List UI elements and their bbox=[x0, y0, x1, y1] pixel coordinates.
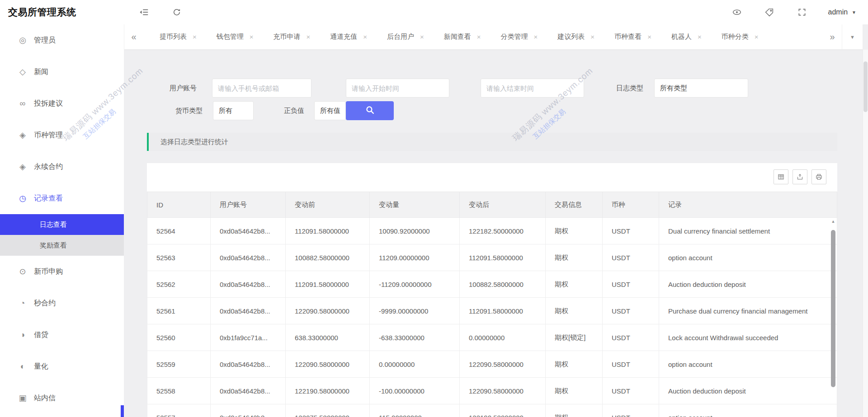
sidebar-subitem-reward-view[interactable]: 奖励查看 bbox=[0, 235, 124, 256]
table-row: 52559 0xd0a54642b8... 122090.58000000 0.… bbox=[147, 351, 837, 378]
cell-account: 0xd0a54642b8... bbox=[211, 298, 286, 324]
info-alert: 选择日志类型进行统计 bbox=[147, 133, 837, 151]
tab[interactable]: 新闻查看 × bbox=[434, 24, 491, 49]
tab-close-icon[interactable]: × bbox=[307, 33, 311, 41]
info-alert-text: 选择日志类型进行统计 bbox=[160, 138, 228, 145]
cell-before: 112091.58000000 bbox=[286, 271, 370, 298]
sidebar-item-coin-management[interactable]: ◈ 币种管理 bbox=[0, 119, 124, 151]
tab[interactable]: 币种分类 × bbox=[712, 24, 769, 49]
cell-before: 112091.58000000 bbox=[286, 218, 370, 244]
export-button[interactable] bbox=[793, 169, 807, 184]
search-button[interactable] bbox=[346, 101, 394, 120]
sidebar-item-second-contract[interactable]: ◔ 秒合约 bbox=[0, 287, 124, 319]
filter-columns-button[interactable] bbox=[774, 169, 788, 184]
cell-info: 期权 bbox=[546, 298, 603, 324]
tab-close-icon[interactable]: × bbox=[477, 33, 481, 41]
table-scrollbar[interactable]: ▲ bbox=[830, 219, 836, 414]
log-table: ID 用户账号 变动前 变动量 变动后 交易信息 币种 记录 bbox=[147, 192, 837, 417]
tab-close-icon[interactable]: × bbox=[363, 33, 367, 41]
start-time-input[interactable] bbox=[346, 79, 449, 98]
sidebar-item-quant[interactable]: ◐ 量化 bbox=[0, 351, 124, 382]
sidebar-item-perpetual-contract[interactable]: ◈ 永续合约 bbox=[0, 151, 124, 183]
collapse-sidebar-icon[interactable] bbox=[138, 6, 151, 19]
sidebar-item-record-view[interactable]: ◷ 记录查看 bbox=[0, 183, 124, 214]
tab-close-icon[interactable]: × bbox=[534, 33, 538, 41]
table-row: 52557 0xd0a54642b8... 122075.58000000 11… bbox=[147, 404, 837, 417]
log-type-label: 日志类型 bbox=[616, 79, 643, 98]
tab[interactable]: 币种查看 × bbox=[604, 24, 661, 49]
sidebar-item-admin[interactable]: ◎ 管理员 bbox=[0, 24, 124, 56]
sidebar-item-lending[interactable]: ◑ 借贷 bbox=[0, 319, 124, 351]
cell-change: 0.00000000 bbox=[370, 351, 460, 378]
sidebar-item-label: 投拆建议 bbox=[34, 99, 63, 108]
tag-icon[interactable] bbox=[763, 6, 776, 19]
end-time-input[interactable] bbox=[481, 79, 584, 98]
page-scrollbar-thumb[interactable] bbox=[863, 61, 868, 112]
column-header: ID bbox=[147, 192, 211, 218]
preview-eye-icon[interactable] bbox=[731, 6, 743, 19]
tab[interactable]: 充币申请 × bbox=[264, 24, 321, 49]
cell-after: 122090.58000000 bbox=[460, 351, 546, 378]
tab-close-icon[interactable]: × bbox=[420, 33, 424, 41]
tabs-dropdown-icon[interactable]: ▼ bbox=[842, 24, 863, 49]
mail-icon: ▣ bbox=[17, 393, 28, 403]
tab-label: 币种查看 bbox=[614, 33, 642, 41]
tab-label: 提币列表 bbox=[160, 33, 187, 41]
tab[interactable]: 钱包管理 × bbox=[207, 24, 264, 49]
sidebar-item-label: 永续合约 bbox=[34, 162, 63, 172]
tab-close-icon[interactable]: × bbox=[698, 33, 702, 41]
cell-after: 122182.50000000 bbox=[460, 218, 546, 244]
sidebar-item-feedback[interactable]: ∞ 投拆建议 bbox=[0, 88, 124, 119]
currency-type-select[interactable]: 所有 bbox=[213, 101, 254, 120]
tab[interactable]: 提币列表 × bbox=[150, 24, 207, 49]
cell-account: 0xd0a54642b8... bbox=[211, 378, 286, 404]
tab[interactable]: 通道充值 × bbox=[320, 24, 377, 49]
timer-icon: ◔ bbox=[17, 299, 28, 308]
sidebar-item-label: 站内信 bbox=[34, 394, 56, 403]
tabs-scroll-left-icon[interactable]: « bbox=[124, 32, 143, 42]
tab-label: 通道充值 bbox=[330, 33, 357, 41]
tab[interactable]: 分类管理 × bbox=[491, 24, 548, 49]
sidebar-item-news[interactable]: ◇ 新闻 bbox=[0, 56, 124, 88]
tab-close-icon[interactable]: × bbox=[647, 33, 651, 41]
cell-change: -100.00000000 bbox=[370, 378, 460, 404]
account-input[interactable] bbox=[212, 79, 311, 98]
sidebar-item-label: 借贷 bbox=[34, 330, 48, 340]
cell-info: 期权 bbox=[546, 244, 603, 271]
clock-icon: ◷ bbox=[17, 193, 28, 203]
user-menu[interactable]: admin ▼ bbox=[828, 8, 856, 16]
sidebar-subitem-log-view[interactable]: 日志查看 bbox=[0, 214, 124, 235]
refresh-icon[interactable] bbox=[170, 6, 183, 19]
log-type-select[interactable]: 所有类型 bbox=[654, 79, 748, 98]
sign-select[interactable]: 所有值 bbox=[314, 101, 346, 120]
tab-close-icon[interactable]: × bbox=[755, 33, 759, 41]
cell-account: 0xd0a54642b8... bbox=[211, 404, 286, 417]
scroll-up-icon[interactable]: ▲ bbox=[830, 219, 836, 224]
cell-after: 122190.58000000 bbox=[460, 404, 546, 417]
cell-change: 11209.00000000 bbox=[370, 244, 460, 271]
table-scrollbar-thumb[interactable] bbox=[831, 230, 835, 387]
sidebar-item-site-mail[interactable]: ▣ 站内信 bbox=[0, 382, 124, 414]
cell-info: 期权 bbox=[546, 218, 603, 244]
fullscreen-icon[interactable] bbox=[796, 6, 808, 19]
tab[interactable]: 后台用户 × bbox=[377, 24, 434, 49]
sidebar-menu: ◎ 管理员 ◇ 新闻 ∞ 投拆建议 ◈ 币种管理 ◈ 永续合约 ◷ 记录查看 日… bbox=[0, 24, 124, 414]
cell-info: 期权 bbox=[546, 351, 603, 378]
print-button[interactable] bbox=[811, 169, 826, 184]
cell-change: -638.33000000 bbox=[370, 324, 460, 351]
tab[interactable]: 机器人 × bbox=[661, 24, 712, 49]
tab-close-icon[interactable]: × bbox=[590, 33, 594, 41]
cell-change: 115.00000000 bbox=[370, 404, 460, 417]
sidebar-scrollbar-thumb[interactable] bbox=[121, 405, 124, 417]
tab-label: 分类管理 bbox=[501, 33, 528, 41]
page-scrollbar[interactable] bbox=[863, 50, 868, 417]
tabs-scroll-right-icon[interactable]: » bbox=[823, 32, 842, 42]
tab-close-icon[interactable]: × bbox=[250, 33, 254, 41]
tab[interactable]: 建议列表 × bbox=[547, 24, 604, 49]
cell-info: 期权 bbox=[546, 378, 603, 404]
cell-account: 0xd0a54642b8... bbox=[211, 271, 286, 298]
sidebar-item-new-coin-subscribe[interactable]: ⊙ 新币申购 bbox=[0, 256, 124, 287]
sidebar-subitem-label: 日志查看 bbox=[40, 220, 67, 229]
tab-close-icon[interactable]: × bbox=[193, 33, 197, 41]
search-icon bbox=[365, 105, 375, 116]
